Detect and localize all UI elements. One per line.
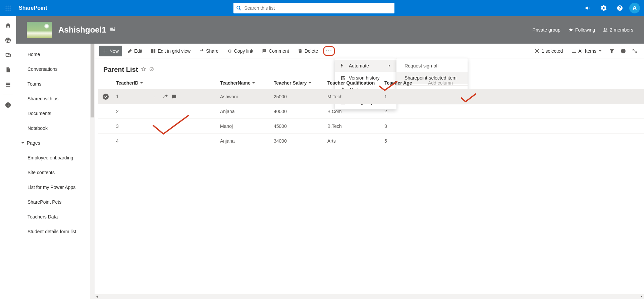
help-button[interactable] (613, 0, 627, 16)
rail-create-button[interactable] (0, 98, 16, 112)
col-salary[interactable]: Teacher Salary (269, 77, 323, 89)
members-link[interactable]: 2 members (603, 27, 633, 33)
search-icon (236, 5, 241, 11)
rail-home-button[interactable] (0, 19, 16, 32)
globe-icon (5, 37, 11, 43)
nav-item-teachers-data[interactable]: Teachers Data (16, 209, 90, 224)
svg-point-8 (10, 10, 11, 11)
site-logo[interactable] (27, 22, 52, 38)
people-icon (603, 28, 608, 32)
search-input[interactable] (244, 5, 392, 11)
edit-button[interactable]: Edit (124, 46, 146, 56)
gear-icon (601, 5, 607, 11)
cell-salary: 25000 (269, 89, 323, 104)
rail-globe-button[interactable] (0, 34, 16, 47)
rail-lists-button[interactable] (0, 78, 16, 91)
row-selected-icon[interactable] (103, 94, 109, 100)
chevron-down-icon (598, 49, 602, 53)
nav-item-pages[interactable]: Pages (16, 136, 90, 150)
horizontal-scrollbar[interactable] (95, 294, 644, 299)
more-actions-button[interactable]: ··· (323, 46, 335, 56)
cell-salary: 34000 (269, 134, 323, 148)
nav-item-sharepoint-pets[interactable]: SharePoint Pets (16, 195, 90, 209)
rail-files-button[interactable] (0, 63, 16, 77)
share-icon[interactable] (163, 94, 168, 99)
table-row[interactable]: 2 Anjana 40000 B.Com 2 (98, 104, 644, 119)
cell-teacherid: 2 (111, 104, 215, 119)
svg-rect-9 (110, 28, 113, 31)
nav-item-list-powerapps[interactable]: List for my Power Apps (16, 180, 90, 195)
col-teachername[interactable]: TeacherName (215, 77, 269, 89)
left-nav-scrollbar[interactable] (90, 44, 95, 299)
copy-link-button[interactable]: Copy link (224, 46, 257, 56)
nav-item-employee-onboarding[interactable]: Employee onboarding (16, 150, 90, 165)
clear-selection-button[interactable]: 1 selected (531, 46, 566, 56)
table-row[interactable]: 3 Manoj 45000 B.Tech 3 (98, 119, 644, 134)
chevron-right-icon (388, 64, 391, 67)
list-table: TeacherID TeacherName Teacher Salary Tea… (95, 77, 644, 299)
filter-icon (609, 48, 614, 54)
share-icon (199, 49, 204, 53)
settings-button[interactable] (597, 0, 610, 16)
document-icon (5, 67, 11, 73)
trash-icon (298, 49, 303, 53)
nav-item-shared[interactable]: Shared with us (16, 91, 90, 106)
list-icon (5, 82, 11, 88)
brand-label[interactable]: SharePoint (19, 5, 47, 11)
col-age[interactable]: Teacher Age (380, 77, 423, 89)
teams-icon[interactable] (110, 26, 116, 34)
favorite-toggle[interactable] (141, 67, 146, 73)
nav-item-notebook[interactable]: Notebook (16, 121, 90, 136)
col-teacherid[interactable]: TeacherID (111, 77, 215, 89)
nav-item-home[interactable]: Home (16, 47, 90, 62)
view-switcher[interactable]: All Items (568, 46, 605, 56)
list-title: Parent List (103, 66, 138, 73)
app-launcher-button[interactable] (0, 0, 16, 16)
nav-item-teams[interactable]: Teams (16, 77, 90, 91)
edit-grid-button[interactable]: Edit in grid view (148, 46, 194, 56)
site-header: Ashishgoel1 Private group Following 2 me… (16, 16, 644, 44)
cell-name: Anjana (215, 134, 269, 148)
nav-item-student-details[interactable]: Student details form list (16, 224, 90, 239)
table-row[interactable]: 1 ··· Ashwani 25000 M.Tech (98, 89, 644, 104)
nav-item-conversations[interactable]: Conversations (16, 62, 90, 77)
cell-name: Anjana (215, 104, 269, 119)
info-button[interactable] (619, 46, 628, 56)
comment-icon[interactable] (171, 94, 177, 99)
app-rail (0, 16, 16, 299)
expand-button[interactable] (630, 46, 639, 56)
svg-point-5 (10, 8, 11, 9)
chevron-down-icon (21, 141, 25, 145)
new-button[interactable]: New (99, 46, 122, 56)
filter-button[interactable] (607, 46, 616, 56)
nav-item-site-contents[interactable]: Site contents (16, 165, 90, 180)
plus-icon (103, 49, 107, 53)
cell-qual: Arts (323, 134, 380, 148)
cell-age: 1 (380, 89, 423, 104)
chevron-down-icon (140, 81, 143, 85)
cell-age: 2 (380, 104, 423, 119)
share-button[interactable]: Share (196, 46, 222, 56)
following-toggle[interactable]: Following (569, 27, 595, 33)
svg-point-4 (8, 8, 9, 9)
search-box[interactable] (233, 3, 394, 13)
row-more-button[interactable]: ··· (154, 94, 160, 99)
lines-icon (572, 49, 576, 53)
menu-item-automate[interactable]: Automate (335, 60, 396, 72)
delete-button[interactable]: Delete (294, 46, 321, 56)
col-qualification[interactable]: Teacher Qualification (323, 77, 380, 89)
left-nav: Home Conversations Teams Shared with us … (16, 44, 90, 299)
col-add[interactable]: Add column (423, 77, 644, 89)
site-title[interactable]: Ashishgoel1 (58, 25, 106, 35)
megaphone-button[interactable] (581, 0, 594, 16)
expand-icon (632, 48, 637, 54)
chevron-down-icon (308, 81, 312, 85)
nav-item-documents[interactable]: Documents (16, 106, 90, 121)
avatar[interactable]: A (629, 3, 640, 13)
privacy-label: Private group (533, 27, 560, 33)
table-row[interactable]: 4 Anjana 34000 Arts 5 (98, 134, 644, 148)
rail-news-button[interactable] (0, 48, 16, 62)
comment-button[interactable]: Comment (259, 46, 292, 56)
cell-salary: 40000 (269, 104, 323, 119)
submenu-item-request-signoff[interactable]: Request sign-off (396, 60, 468, 72)
